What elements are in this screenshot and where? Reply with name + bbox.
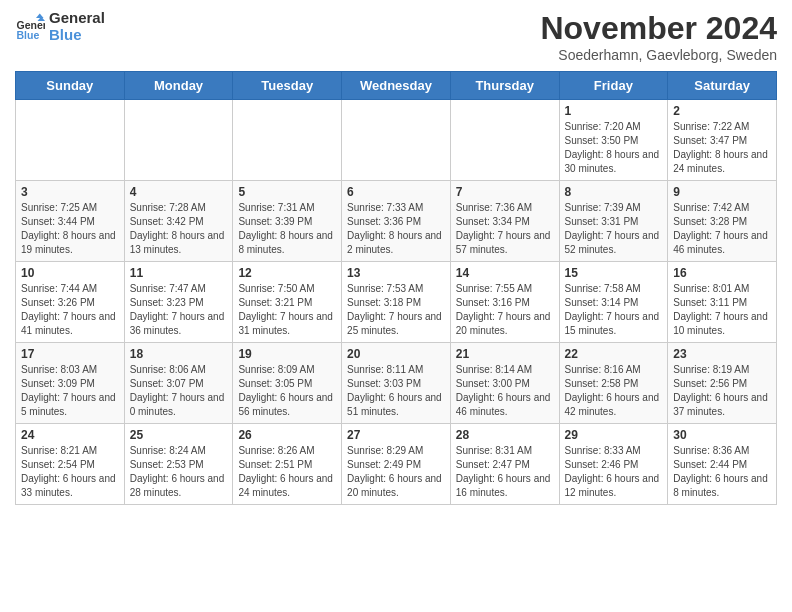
day-info: Sunrise: 7:31 AM Sunset: 3:39 PM Dayligh… xyxy=(238,201,336,257)
calendar-cell: 17Sunrise: 8:03 AM Sunset: 3:09 PM Dayli… xyxy=(16,343,125,424)
page-container: General Blue General Blue November 2024 … xyxy=(0,0,792,515)
calendar-cell: 15Sunrise: 7:58 AM Sunset: 3:14 PM Dayli… xyxy=(559,262,668,343)
day-number: 17 xyxy=(21,347,119,361)
day-number: 1 xyxy=(565,104,663,118)
calendar-cell: 14Sunrise: 7:55 AM Sunset: 3:16 PM Dayli… xyxy=(450,262,559,343)
day-number: 20 xyxy=(347,347,445,361)
day-info: Sunrise: 7:39 AM Sunset: 3:31 PM Dayligh… xyxy=(565,201,663,257)
day-number: 13 xyxy=(347,266,445,280)
day-number: 6 xyxy=(347,185,445,199)
day-info: Sunrise: 8:03 AM Sunset: 3:09 PM Dayligh… xyxy=(21,363,119,419)
day-info: Sunrise: 7:47 AM Sunset: 3:23 PM Dayligh… xyxy=(130,282,228,338)
calendar-cell: 28Sunrise: 8:31 AM Sunset: 2:47 PM Dayli… xyxy=(450,424,559,505)
day-info: Sunrise: 7:33 AM Sunset: 3:36 PM Dayligh… xyxy=(347,201,445,257)
calendar-cell xyxy=(16,100,125,181)
calendar-cell: 4Sunrise: 7:28 AM Sunset: 3:42 PM Daylig… xyxy=(124,181,233,262)
calendar-cell: 10Sunrise: 7:44 AM Sunset: 3:26 PM Dayli… xyxy=(16,262,125,343)
day-info: Sunrise: 8:14 AM Sunset: 3:00 PM Dayligh… xyxy=(456,363,554,419)
calendar-cell: 26Sunrise: 8:26 AM Sunset: 2:51 PM Dayli… xyxy=(233,424,342,505)
day-info: Sunrise: 8:29 AM Sunset: 2:49 PM Dayligh… xyxy=(347,444,445,500)
day-number: 3 xyxy=(21,185,119,199)
week-row-2: 3Sunrise: 7:25 AM Sunset: 3:44 PM Daylig… xyxy=(16,181,777,262)
day-number: 26 xyxy=(238,428,336,442)
day-number: 28 xyxy=(456,428,554,442)
day-info: Sunrise: 8:11 AM Sunset: 3:03 PM Dayligh… xyxy=(347,363,445,419)
day-number: 15 xyxy=(565,266,663,280)
calendar-cell: 20Sunrise: 8:11 AM Sunset: 3:03 PM Dayli… xyxy=(342,343,451,424)
day-number: 11 xyxy=(130,266,228,280)
calendar-cell: 21Sunrise: 8:14 AM Sunset: 3:00 PM Dayli… xyxy=(450,343,559,424)
day-number: 29 xyxy=(565,428,663,442)
day-number: 22 xyxy=(565,347,663,361)
day-info: Sunrise: 8:26 AM Sunset: 2:51 PM Dayligh… xyxy=(238,444,336,500)
calendar-cell: 29Sunrise: 8:33 AM Sunset: 2:46 PM Dayli… xyxy=(559,424,668,505)
day-info: Sunrise: 7:50 AM Sunset: 3:21 PM Dayligh… xyxy=(238,282,336,338)
day-number: 24 xyxy=(21,428,119,442)
calendar-cell: 5Sunrise: 7:31 AM Sunset: 3:39 PM Daylig… xyxy=(233,181,342,262)
day-info: Sunrise: 7:22 AM Sunset: 3:47 PM Dayligh… xyxy=(673,120,771,176)
day-number: 14 xyxy=(456,266,554,280)
day-number: 19 xyxy=(238,347,336,361)
calendar-cell xyxy=(233,100,342,181)
day-info: Sunrise: 8:01 AM Sunset: 3:11 PM Dayligh… xyxy=(673,282,771,338)
calendar-cell: 1Sunrise: 7:20 AM Sunset: 3:50 PM Daylig… xyxy=(559,100,668,181)
weekday-header-saturday: Saturday xyxy=(668,72,777,100)
day-info: Sunrise: 7:28 AM Sunset: 3:42 PM Dayligh… xyxy=(130,201,228,257)
weekday-header-row: SundayMondayTuesdayWednesdayThursdayFrid… xyxy=(16,72,777,100)
weekday-header-wednesday: Wednesday xyxy=(342,72,451,100)
day-info: Sunrise: 7:20 AM Sunset: 3:50 PM Dayligh… xyxy=(565,120,663,176)
day-number: 12 xyxy=(238,266,336,280)
month-title: November 2024 xyxy=(540,10,777,47)
week-row-3: 10Sunrise: 7:44 AM Sunset: 3:26 PM Dayli… xyxy=(16,262,777,343)
day-number: 18 xyxy=(130,347,228,361)
day-info: Sunrise: 8:21 AM Sunset: 2:54 PM Dayligh… xyxy=(21,444,119,500)
day-info: Sunrise: 8:36 AM Sunset: 2:44 PM Dayligh… xyxy=(673,444,771,500)
weekday-header-tuesday: Tuesday xyxy=(233,72,342,100)
location: Soederhamn, Gaevleborg, Sweden xyxy=(540,47,777,63)
day-info: Sunrise: 8:16 AM Sunset: 2:58 PM Dayligh… xyxy=(565,363,663,419)
day-number: 21 xyxy=(456,347,554,361)
logo-icon: General Blue xyxy=(15,12,45,42)
calendar-cell: 19Sunrise: 8:09 AM Sunset: 3:05 PM Dayli… xyxy=(233,343,342,424)
calendar-cell: 23Sunrise: 8:19 AM Sunset: 2:56 PM Dayli… xyxy=(668,343,777,424)
day-number: 23 xyxy=(673,347,771,361)
page-header: General Blue General Blue November 2024 … xyxy=(15,10,777,63)
logo-general: General xyxy=(49,9,105,26)
day-number: 27 xyxy=(347,428,445,442)
day-info: Sunrise: 7:44 AM Sunset: 3:26 PM Dayligh… xyxy=(21,282,119,338)
calendar-cell: 3Sunrise: 7:25 AM Sunset: 3:44 PM Daylig… xyxy=(16,181,125,262)
day-info: Sunrise: 8:19 AM Sunset: 2:56 PM Dayligh… xyxy=(673,363,771,419)
calendar-cell: 2Sunrise: 7:22 AM Sunset: 3:47 PM Daylig… xyxy=(668,100,777,181)
calendar-cell: 12Sunrise: 7:50 AM Sunset: 3:21 PM Dayli… xyxy=(233,262,342,343)
title-area: November 2024 Soederhamn, Gaevleborg, Sw… xyxy=(540,10,777,63)
calendar-cell xyxy=(450,100,559,181)
day-number: 4 xyxy=(130,185,228,199)
svg-marker-2 xyxy=(36,13,44,18)
day-number: 25 xyxy=(130,428,228,442)
calendar-cell: 24Sunrise: 8:21 AM Sunset: 2:54 PM Dayli… xyxy=(16,424,125,505)
day-number: 16 xyxy=(673,266,771,280)
day-number: 8 xyxy=(565,185,663,199)
day-number: 2 xyxy=(673,104,771,118)
day-number: 7 xyxy=(456,185,554,199)
calendar-cell: 11Sunrise: 7:47 AM Sunset: 3:23 PM Dayli… xyxy=(124,262,233,343)
day-info: Sunrise: 7:36 AM Sunset: 3:34 PM Dayligh… xyxy=(456,201,554,257)
day-info: Sunrise: 7:25 AM Sunset: 3:44 PM Dayligh… xyxy=(21,201,119,257)
calendar-table: SundayMondayTuesdayWednesdayThursdayFrid… xyxy=(15,71,777,505)
logo-blue: Blue xyxy=(49,27,105,44)
day-number: 30 xyxy=(673,428,771,442)
calendar-cell: 7Sunrise: 7:36 AM Sunset: 3:34 PM Daylig… xyxy=(450,181,559,262)
weekday-header-sunday: Sunday xyxy=(16,72,125,100)
calendar-cell: 25Sunrise: 8:24 AM Sunset: 2:53 PM Dayli… xyxy=(124,424,233,505)
logo: General Blue General Blue xyxy=(15,10,105,43)
calendar-cell: 13Sunrise: 7:53 AM Sunset: 3:18 PM Dayli… xyxy=(342,262,451,343)
day-number: 5 xyxy=(238,185,336,199)
day-info: Sunrise: 8:31 AM Sunset: 2:47 PM Dayligh… xyxy=(456,444,554,500)
day-info: Sunrise: 8:09 AM Sunset: 3:05 PM Dayligh… xyxy=(238,363,336,419)
calendar-cell: 22Sunrise: 8:16 AM Sunset: 2:58 PM Dayli… xyxy=(559,343,668,424)
day-info: Sunrise: 7:58 AM Sunset: 3:14 PM Dayligh… xyxy=(565,282,663,338)
day-info: Sunrise: 7:55 AM Sunset: 3:16 PM Dayligh… xyxy=(456,282,554,338)
day-info: Sunrise: 7:42 AM Sunset: 3:28 PM Dayligh… xyxy=(673,201,771,257)
calendar-cell: 18Sunrise: 8:06 AM Sunset: 3:07 PM Dayli… xyxy=(124,343,233,424)
calendar-cell: 16Sunrise: 8:01 AM Sunset: 3:11 PM Dayli… xyxy=(668,262,777,343)
